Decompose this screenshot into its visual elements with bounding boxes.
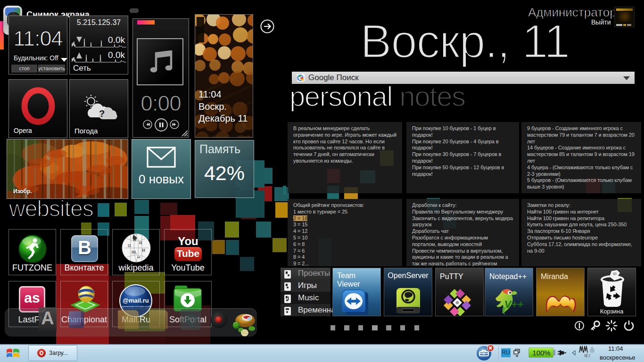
svg-text:@mail.ru: @mail.ru	[123, 297, 149, 304]
svg-text:национальная почтовая служба: национальная почтовая служба	[120, 305, 152, 308]
svg-text:И: И	[142, 248, 145, 253]
svg-text:Q: Q	[186, 312, 197, 327]
svg-text:Ω: Ω	[128, 244, 131, 248]
svg-text:И: И	[139, 241, 142, 245]
svg-text:V++: V++	[504, 298, 524, 310]
svg-text:HL: HL	[132, 250, 137, 255]
svg-text:M: M	[137, 255, 140, 259]
svg-text:?: ?	[99, 108, 105, 119]
